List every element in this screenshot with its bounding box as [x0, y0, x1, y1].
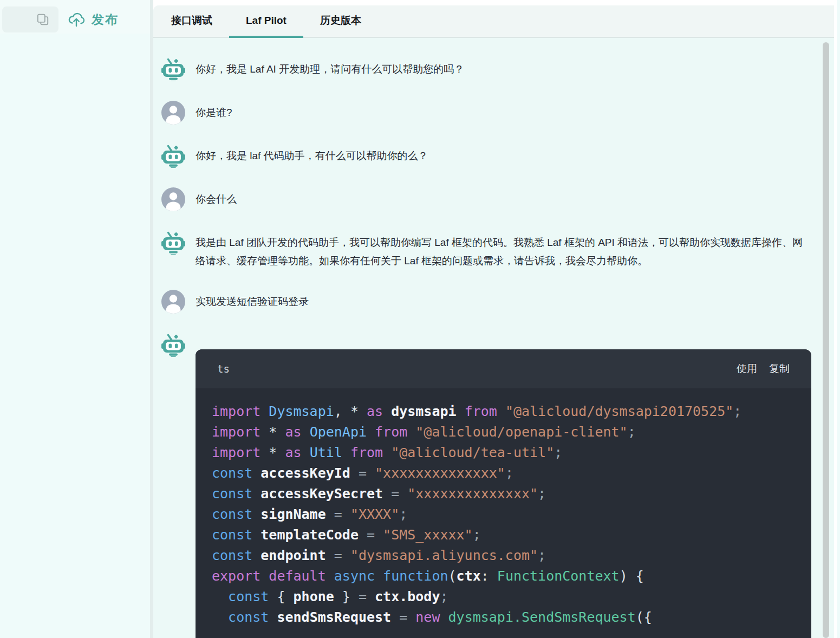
user-avatar-icon — [161, 187, 185, 211]
code-content: import Dysmsapi, * as dysmsapi from "@al… — [196, 388, 811, 638]
scrollbar-thumb[interactable] — [823, 42, 829, 638]
chat-message-bot: 我是由 Laf 团队开发的代码助手，我可以帮助你编写 Laf 框架的代码。我熟悉… — [161, 231, 834, 270]
cloud-upload-icon — [67, 11, 86, 28]
user-avatar-icon — [161, 290, 185, 314]
code-copy-button[interactable]: 复制 — [769, 362, 790, 376]
message-text: 你是谁? — [196, 103, 232, 122]
bot-avatar — [161, 144, 185, 168]
code-line: const accessKeySecret = "xxxxxxxxxxxxxx"… — [212, 484, 795, 504]
code-line: const endpoint = "dysmsapi.aliyuncs.com"… — [212, 545, 795, 566]
message-content: 实现发送短信验证码登录 — [196, 290, 309, 311]
left-panel: 发布 — [0, 0, 150, 638]
bot-avatar-icon — [161, 144, 185, 168]
tab-history[interactable]: 历史版本 — [303, 5, 378, 38]
left-panel-header: 发布 — [0, 0, 150, 34]
code-line: const signName = "XXXX"; — [212, 504, 795, 525]
copy-button-group — [2, 6, 58, 32]
user-avatar — [161, 101, 185, 125]
tab-laf-pilot[interactable]: Laf Pilot — [229, 5, 303, 38]
chat-message-bot: 你好，我是 laf 代码助手，有什么可以帮助你的么？ — [161, 144, 834, 168]
code-line: const { phone } = ctx.body; — [212, 587, 795, 607]
code-line: import Dysmsapi, * as dysmsapi from "@al… — [212, 401, 795, 422]
publish-button[interactable]: 发布 — [63, 6, 123, 32]
chat-area: 你好，我是 Laf AI 开发助理，请问有什么可以帮助您的吗？ 你是谁? 你好，… — [153, 38, 834, 638]
message-content: 你好，我是 laf 代码助手，有什么可以帮助你的么？ — [196, 144, 428, 165]
chat-message-user: 你会什么 — [161, 187, 834, 211]
code-use-button[interactable]: 使用 — [737, 362, 757, 376]
message-text: 你会什么 — [196, 190, 237, 209]
code-block: ts使用复制import Dysmsapi, * as dysmsapi fro… — [196, 349, 811, 638]
code-block-header: ts使用复制 — [196, 349, 811, 388]
right-edge-strip — [837, 0, 840, 638]
tab-api-debug[interactable]: 接口调试 — [154, 5, 229, 38]
message-content: ts使用复制import Dysmsapi, * as dysmsapi fro… — [196, 333, 811, 638]
code-line: import * as Util from "@alicloud/tea-uti… — [212, 442, 795, 463]
bot-avatar-icon — [161, 231, 185, 255]
message-content: 你会什么 — [196, 187, 237, 209]
code-line: const sendSmsRequest = new dysmsapi.Send… — [212, 607, 795, 628]
message-text: 实现发送短信验证码登录 — [196, 292, 309, 311]
bot-avatar-icon — [161, 333, 185, 357]
chat-message-bot: ts使用复制import Dysmsapi, * as dysmsapi fro… — [161, 333, 834, 638]
copy-icon[interactable] — [36, 12, 50, 27]
publish-label: 发布 — [92, 11, 119, 28]
code-line: const accessKeyId = "xxxxxxxxxxxxxx"; — [212, 463, 795, 484]
message-text: 我是由 Laf 团队开发的代码助手，我可以帮助你编写 Laf 框架的代码。我熟悉… — [196, 233, 812, 270]
user-avatar — [161, 187, 185, 211]
code-actions: 使用复制 — [737, 362, 790, 376]
bot-avatar — [161, 231, 185, 255]
bot-avatar-icon — [161, 57, 185, 81]
code-line: const templateCode = "SMS_xxxxx"; — [212, 525, 795, 545]
app-window: 发布 接口调试Laf Pilot历史版本 你好，我是 Laf AI 开发助理，请… — [0, 0, 840, 638]
message-content: 你是谁? — [196, 101, 232, 122]
bot-avatar — [161, 333, 185, 357]
code-language-label: ts — [217, 363, 230, 375]
bot-avatar — [161, 57, 185, 81]
message-text: 你好，我是 Laf AI 开发助理，请问有什么可以帮助您的吗？ — [196, 60, 464, 79]
user-avatar — [161, 290, 185, 314]
user-avatar-icon — [161, 101, 185, 125]
message-content: 你好，我是 Laf AI 开发助理，请问有什么可以帮助您的吗？ — [196, 57, 464, 79]
code-line: export default async function(ctx: Funct… — [212, 566, 795, 587]
message-text: 你好，我是 laf 代码助手，有什么可以帮助你的么？ — [196, 147, 428, 165]
chat-message-user: 实现发送短信验证码登录 — [161, 290, 834, 314]
tab-bar: 接口调试Laf Pilot历史版本 — [153, 5, 834, 38]
chat-message-user: 你是谁? — [161, 101, 834, 125]
code-line: import * as OpenApi from "@alicloud/open… — [212, 422, 795, 442]
main-panel: 接口调试Laf Pilot历史版本 你好，我是 Laf AI 开发助理，请问有什… — [153, 5, 834, 638]
message-content: 我是由 Laf 团队开发的代码助手，我可以帮助你编写 Laf 框架的代码。我熟悉… — [196, 231, 812, 270]
chat-message-bot: 你好，我是 Laf AI 开发助理，请问有什么可以帮助您的吗？ — [161, 57, 834, 81]
